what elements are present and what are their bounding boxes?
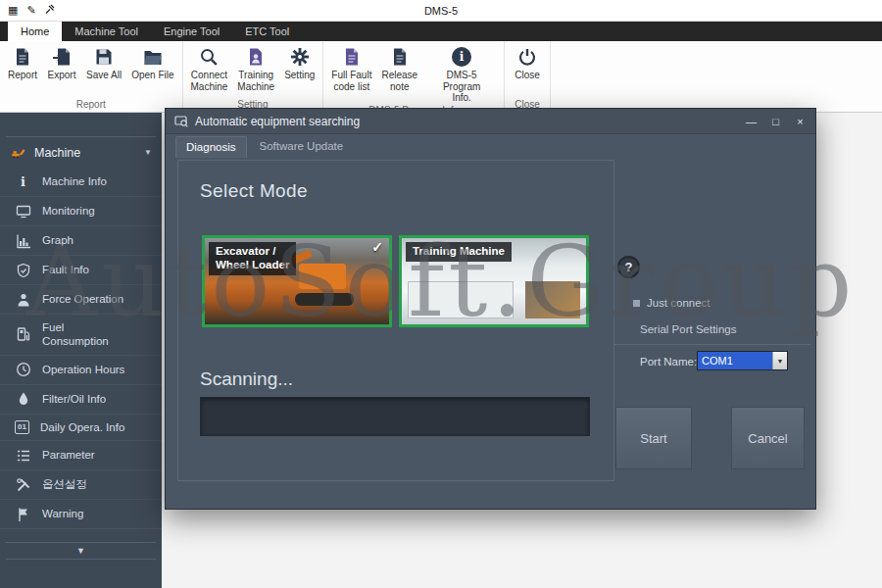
info-circle-icon: i [452,45,471,68]
serial-port-settings-label: Serial Port Settings [640,323,736,335]
training-machine-button[interactable]: Training Machine [232,42,279,93]
power-icon [517,45,537,68]
close-button[interactable]: Close [508,42,547,82]
sidebar-item-graph[interactable]: Graph [0,226,162,256]
card-label: Excavator / Wheel Loader [209,242,296,275]
person-icon [15,291,31,308]
shield-icon [15,262,31,278]
card-excavator-wheel-loader[interactable]: Excavator / Wheel Loader ✓ [202,235,392,327]
ribbon-tab-bar: Home Machine Tool Engine Tool ETC Tool [0,22,882,41]
serial-port-divider [614,344,810,345]
sidebar-item-force-operation[interactable]: Force Operation [0,285,162,315]
ribbon-group-setting: Connect Machine Training Machine Setting… [183,41,324,112]
fault-code-doc-icon [342,45,362,68]
sidebar-item-monitoring[interactable]: Monitoring [0,197,162,226]
release-note-button[interactable]: Release note [376,42,422,93]
sidebar-scroll-area: ▼ [0,542,162,560]
gear-icon [290,45,310,68]
tab-software-update[interactable]: Software Update [250,136,354,158]
oil-drop-icon [15,391,31,408]
sidebar: Machine ▼ i Machine Info Monitoring Grap… [0,113,162,588]
training-screenshot [408,281,514,318]
excavator-image [299,264,346,289]
chevron-down-icon: ▼ [144,148,152,157]
sidebar-divider [6,559,156,560]
sidebar-header-label: Machine [34,146,80,160]
mode-cards: Excavator / Wheel Loader ✓ Training Mach… [202,235,589,327]
training-screenshot [525,281,580,318]
checkbox-icon [633,300,640,307]
dialog-automatic-equipment-searching: Automatic equipment searching — □ × Diag… [165,108,816,510]
port-name-label: Port Name: [640,356,697,368]
setting-button[interactable]: Setting [279,42,319,82]
port-name-select[interactable]: COM1 ▼ [697,351,788,370]
export-button[interactable]: Export [42,42,81,82]
dialog-titlebar[interactable]: Automatic equipment searching — □ × [166,109,815,134]
card-training-machine[interactable]: Training Machine [399,235,589,327]
report-icon [13,45,32,68]
excavator-image [295,293,354,306]
sidebar-item-operation-hours[interactable]: Operation Hours [0,356,162,385]
window-title: DMS-5 [0,5,882,17]
tab-machine-tool[interactable]: Machine Tool [62,22,151,41]
sidebar-scroll-down-icon[interactable]: ▼ [0,543,162,559]
chevron-down-icon[interactable]: ▼ [772,352,787,369]
ribbon-group-report: Report Export Save All Open File [0,41,183,112]
tab-home[interactable]: Home [8,22,62,41]
release-note-doc-icon [390,45,410,68]
tab-diagnosis[interactable]: Diagnosis [175,136,247,158]
program-info-button[interactable]: i DMS-5 Program Info. [422,42,501,105]
full-fault-code-list-button[interactable]: Full Fault code list [326,42,376,93]
just-connect-checkbox[interactable]: Just connect [633,297,710,309]
sidebar-item-filter-oil-info[interactable]: Filter/Oil Info [0,385,162,415]
tools-icon [15,476,31,493]
folder-icon [143,45,163,68]
sidebar-item-parameter[interactable]: Parameter [0,441,162,470]
help-icon[interactable]: ? [617,256,640,278]
report-button[interactable]: Report [3,42,42,82]
check-icon: ✓ [371,239,383,255]
select-mode-heading: Select Mode [200,180,308,202]
card-label: Training Machine [406,242,512,262]
dialog-minimize-button[interactable]: — [745,116,758,127]
dialog-close-button[interactable]: × [794,116,807,127]
save-all-button[interactable]: Save All [81,42,126,82]
monitor-icon [15,203,31,220]
list-icon [15,447,31,464]
connect-machine-button[interactable]: Connect Machine [186,42,233,93]
sidebar-item-daily-opera-info[interactable]: 01 Daily Opera. Info [0,415,162,441]
dialog-body: Diagnosis Software Update Select Mode Ex… [166,134,815,509]
calendar-icon: 01 [15,420,29,434]
sidebar-item-fault-info[interactable]: Fault Info [0,256,162,285]
info-icon: i [15,173,31,190]
tab-etc-tool[interactable]: ETC Tool [232,22,302,41]
clock-icon [15,362,31,378]
bar-chart-icon [15,232,31,249]
ribbon-group-program-info: Full Fault code list Release note i DMS-… [323,41,505,112]
sidebar-item-warning[interactable]: Warning [0,500,162,529]
progress-bar [200,397,590,436]
open-file-button[interactable]: Open File [126,42,178,82]
start-button[interactable]: Start [615,407,692,469]
app-window: ▦ ✎ DMS-5 Home Machine Tool Engine Tool … [0,0,882,588]
port-name-value: COM1 [698,352,772,369]
ribbon-group-close: Close Close [505,41,551,112]
sidebar-item-option-settings[interactable]: 옵션설정 [0,470,162,500]
training-person-icon [246,45,266,68]
fuel-pump-icon [15,326,31,343]
excavator-icon [10,144,26,161]
flag-icon [15,506,31,522]
dialog-title: Automatic equipment searching [195,115,360,128]
cancel-button[interactable]: Cancel [731,407,805,469]
sidebar-machine-dropdown[interactable]: Machine ▼ [0,137,162,168]
ribbon-group-label-report: Report [3,99,179,112]
sidebar-item-fuel-consumption[interactable]: Fuel Consumption [0,315,162,356]
diagnosis-panel: Select Mode Excavator / Wheel Loader ✓ T… [177,160,614,481]
sidebar-item-machine-info[interactable]: i Machine Info [0,168,162,197]
save-icon [94,45,114,68]
dialog-tab-bar: Diagnosis Software Update [175,136,353,158]
dialog-maximize-button[interactable]: □ [769,116,782,127]
scanning-status-label: Scanning... [200,368,293,390]
ribbon: Report Export Save All Open File [0,41,882,113]
tab-engine-tool[interactable]: Engine Tool [151,22,232,41]
